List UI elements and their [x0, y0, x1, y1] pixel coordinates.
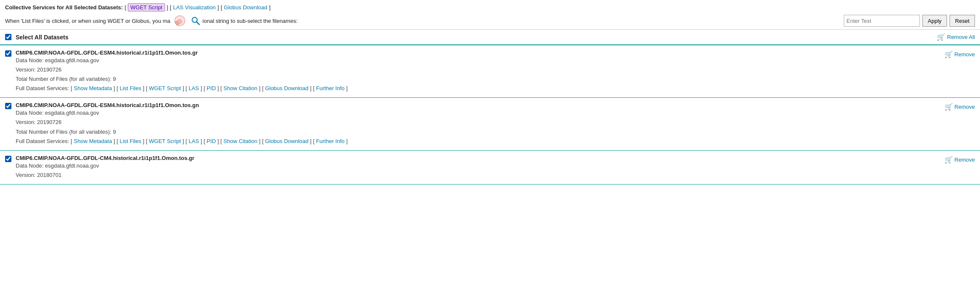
remove-label-1: Remove: [955, 104, 975, 110]
select-all-label: Select All Datasets: [16, 34, 69, 41]
service-link-pid[interactable]: PID: [206, 138, 216, 144]
service-link-pid[interactable]: PID: [206, 85, 216, 91]
search-icon[interactable]: [191, 16, 200, 25]
dataset-info: CMIP6.CMIP.NOAA-GFDL.GFDL-ESM4.historica…: [16, 102, 944, 146]
remove-all-cart-icon: 🛒: [937, 33, 945, 41]
dataset-left: CMIP6.CMIP.NOAA-GFDL.GFDL-ESM4.historica…: [5, 102, 944, 146]
remove-label-2: Remove: [955, 157, 975, 163]
remove-all-button[interactable]: 🛒 Remove All: [937, 33, 975, 41]
service-link-wget-script[interactable]: WGET Script: [149, 85, 181, 91]
service-link-show-citation[interactable]: Show Citation: [223, 85, 257, 91]
reset-button[interactable]: Reset: [950, 15, 975, 27]
remove-cart-icon-1: 🛒: [944, 103, 953, 111]
select-all-checkbox[interactable]: [5, 34, 11, 40]
remove-cart-icon-2: 🛒: [944, 156, 953, 164]
total-files-label: Total Number of Files (for all variables…: [16, 129, 116, 135]
collective-services-label: Collective Services for All Selected Dat…: [5, 4, 123, 11]
remove-button-1[interactable]: 🛒 Remove: [944, 103, 975, 111]
service-link-show-metadata[interactable]: Show Metadata: [74, 85, 112, 91]
remove-cart-icon-0: 🛒: [944, 50, 953, 58]
service-link-further-info[interactable]: Further Info: [316, 138, 344, 144]
service-link-list-files[interactable]: List Files: [120, 85, 141, 91]
dataset-services: Full Dataset Services: [ Show Metadata ]…: [16, 84, 944, 93]
datasets-container: CMIP6.CMIP.NOAA-GFDL.GFDL-ESM4.historica…: [0, 45, 980, 185]
data-node-label: Data Node: esgdata.gfdl.noaa.gov: [16, 57, 99, 63]
version-label: Version: 20180701: [16, 172, 61, 178]
dataset-title: CMIP6.CMIP.NOAA-GFDL.GFDL-ESM4.historica…: [16, 50, 944, 56]
dataset-left: CMIP6.CMIP.NOAA-GFDL.GFDL-ESM4.historica…: [5, 50, 944, 93]
service-link-show-citation[interactable]: Show Citation: [223, 138, 257, 144]
filter-row: When 'List Files' is clicked, or when us…: [5, 14, 975, 28]
collective-services-bar: Collective Services for All Selected Dat…: [5, 3, 975, 11]
filter-text-prefix: When 'List Files' is clicked, or when us…: [5, 18, 171, 24]
data-node-label: Data Node: esgdata.gfdl.noaa.gov: [16, 110, 99, 116]
dataset-checkbox-2[interactable]: [5, 156, 11, 162]
dataset-info: CMIP6.CMIP.NOAA-GFDL.GFDL-CM4.historical…: [16, 155, 944, 180]
dataset-row: CMIP6.CMIP.NOAA-GFDL.GFDL-CM4.historical…: [0, 151, 980, 185]
svg-line-4: [197, 22, 199, 25]
dataset-title: CMIP6.CMIP.NOAA-GFDL.GFDL-ESM4.historica…: [16, 102, 944, 108]
version-label: Version: 20190726: [16, 119, 61, 125]
dataset-checkbox-1[interactable]: [5, 103, 11, 109]
apply-button[interactable]: Apply: [922, 15, 947, 27]
dataset-row: CMIP6.CMIP.NOAA-GFDL.GFDL-ESM4.historica…: [0, 98, 980, 150]
data-node-label: Data Node: esgdata.gfdl.noaa.gov: [16, 163, 99, 169]
service-link-las[interactable]: LAS: [189, 85, 199, 91]
highlight-circle: [173, 14, 187, 28]
filter-description: When 'List Files' is clicked, or when us…: [5, 14, 297, 28]
dataset-left: CMIP6.CMIP.NOAA-GFDL.GFDL-CM4.historical…: [5, 155, 944, 180]
service-link-globus-download[interactable]: Globus Download: [265, 138, 308, 144]
service-link-show-metadata[interactable]: Show Metadata: [74, 138, 112, 144]
dataset-meta: Data Node: esgdata.gfdl.noaa.govVersion:…: [16, 108, 944, 136]
collective-globus-link[interactable]: Globus Download: [224, 4, 267, 11]
collective-wget-link[interactable]: WGET Script: [128, 3, 165, 11]
remove-button-0[interactable]: 🛒 Remove: [944, 50, 975, 58]
bracket-close-wget: ]: [167, 4, 168, 11]
dataset-services: Full Dataset Services: [ Show Metadata ]…: [16, 137, 944, 146]
filter-text-suffix: ional string to sub-select the filenames…: [203, 18, 298, 24]
full-dataset-services-label: Full Dataset Services:: [16, 85, 69, 91]
remove-all-label: Remove All: [947, 34, 975, 40]
dataset-info: CMIP6.CMIP.NOAA-GFDL.GFDL-ESM4.historica…: [16, 50, 944, 93]
svg-point-2: [175, 16, 185, 26]
filter-text-input[interactable]: [844, 15, 920, 27]
version-label: Version: 20190726: [16, 66, 61, 73]
service-link-further-info[interactable]: Further Info: [316, 85, 344, 91]
dataset-title: CMIP6.CMIP.NOAA-GFDL.GFDL-CM4.historical…: [16, 155, 944, 161]
dataset-checkbox-0[interactable]: [5, 50, 11, 57]
remove-label-0: Remove: [955, 51, 975, 58]
collective-las-link[interactable]: LAS Visualization: [173, 4, 216, 11]
service-link-wget-script[interactable]: WGET Script: [149, 138, 181, 144]
dataset-meta: Data Node: esgdata.gfdl.noaa.govVersion:…: [16, 161, 944, 180]
select-all-row: Select All Datasets 🛒 Remove All: [0, 30, 980, 45]
service-link-list-files[interactable]: List Files: [120, 138, 141, 144]
bracket-close-globus: ]: [269, 4, 271, 11]
remove-button-2[interactable]: 🛒 Remove: [944, 156, 975, 164]
dataset-meta: Data Node: esgdata.gfdl.noaa.govVersion:…: [16, 56, 944, 84]
service-link-las[interactable]: LAS: [189, 138, 199, 144]
bracket-open-wget: [: [124, 4, 126, 11]
filter-controls: Apply Reset: [844, 15, 975, 27]
total-files-label: Total Number of Files (for all variables…: [16, 76, 116, 82]
dataset-row: CMIP6.CMIP.NOAA-GFDL.GFDL-ESM4.historica…: [0, 45, 980, 98]
separator1: [: [170, 4, 171, 11]
bracket-close-las: ]: [217, 4, 219, 11]
separator2: [: [220, 4, 222, 11]
full-dataset-services-label: Full Dataset Services:: [16, 138, 69, 144]
select-all-left: Select All Datasets: [5, 34, 69, 41]
service-link-globus-download[interactable]: Globus Download: [265, 85, 308, 91]
